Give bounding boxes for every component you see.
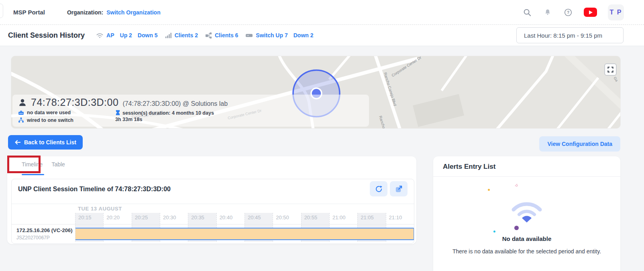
help-icon[interactable]: ?: [563, 8, 573, 17]
stat-clients-wired-value[interactable]: Clients 6: [215, 32, 238, 38]
time-tick: 21:05: [361, 214, 374, 220]
back-to-clients-label: Back to Clients List: [24, 139, 76, 146]
time-tick: 20:35: [191, 214, 204, 220]
stat-ap-down[interactable]: Down 5: [138, 32, 158, 38]
user-avatar[interactable]: T P: [608, 4, 624, 20]
stat-switch: Switch Up 7 Down 2: [245, 32, 313, 38]
data-usage-icon: [18, 110, 24, 115]
device-serial-label: JSZ20270067P: [16, 235, 50, 241]
time-tick: 20:20: [106, 214, 120, 220]
device-stats: AP Up 2 Down 5 Clients 2 Clients 6: [96, 32, 313, 39]
client-location-map[interactable]: Corporate Center Dr Corporate Center Dr …: [11, 56, 620, 128]
stat-ap-label[interactable]: AP: [106, 32, 114, 38]
view-configuration-label: View Configuration Data: [547, 141, 612, 147]
client-wired-status: wired to one switch: [27, 117, 73, 123]
sidebar-edge[interactable]: [0, 4, 3, 18]
tab-timeline[interactable]: Timeline: [22, 161, 43, 172]
organization-switcher: Organization: Switch Organization: [67, 9, 161, 16]
device-ip-label: 172.25.16.206 (VC-206): [16, 227, 72, 233]
time-tick: 21:10: [389, 214, 402, 220]
open-external-button[interactable]: [390, 181, 408, 196]
refresh-icon: [375, 185, 383, 193]
session-tabs: Timeline Table: [7, 156, 416, 172]
confetti-swirl-pink: [514, 183, 518, 187]
top-navbar: MSP Portal Organization: Switch Organiza…: [0, 0, 644, 25]
alerts-panel: Alerts Entry List No data available Ther…: [433, 156, 620, 271]
timeline-card-header: UNP Client Session Timeline of 74:78:27:…: [12, 179, 414, 204]
time-tick: 21:00: [332, 214, 346, 220]
wired-network-icon: [18, 117, 24, 123]
time-tick: 20:55: [304, 214, 318, 220]
time-tick: 20:30: [163, 214, 176, 220]
time-range-selector[interactable]: Last Hour: 8:15 pm - 9:15 pm: [516, 27, 624, 43]
stat-switch-down[interactable]: Down 2: [293, 32, 314, 38]
timeline-title: UNP Client Session Timeline of 74:78:27:…: [18, 186, 171, 193]
stat-clients-wired: Clients 6: [205, 32, 238, 39]
page-title: Client Session History: [8, 31, 85, 40]
arrow-left-icon: [14, 140, 21, 145]
session-gantt: TUE 13 AUGUST 20:15 20:20 20:25 20:30 20…: [12, 204, 414, 244]
youtube-icon[interactable]: [584, 8, 597, 17]
notifications-bell-icon[interactable]: [543, 8, 552, 17]
time-tick: 20:25: [135, 214, 148, 220]
time-tick: 20:15: [78, 214, 92, 220]
search-icon[interactable]: [522, 8, 532, 17]
session-panel: Timeline Table UNP Client Session Timeli…: [7, 156, 416, 244]
external-link-icon: [395, 185, 403, 193]
confetti-dot-purple: [514, 226, 519, 230]
topology-icon: [205, 32, 212, 39]
client-location-subtitle: (74:78:27:3D:3D:00) @ Solutions lab: [122, 100, 228, 107]
wifi-icon: [96, 32, 104, 39]
back-to-clients-button[interactable]: Back to Clients List: [8, 135, 83, 150]
stat-ap: AP Up 2 Down 5: [96, 32, 158, 39]
session-bar[interactable]: [75, 228, 414, 240]
svg-text:?: ?: [567, 10, 569, 14]
client-data-usage: no data were used: [27, 110, 71, 115]
no-data-wifi-illustration: [509, 198, 545, 222]
gantt-date-header: TUE 13 AUGUST: [78, 206, 122, 212]
time-tick: 20:50: [276, 214, 289, 220]
wifi-illustration-icon: [509, 198, 545, 222]
page-header: Client Session History AP Up 2 Down 5 Cl…: [0, 25, 644, 46]
app-title: MSP Portal: [13, 9, 45, 16]
confetti-dot-cyan: [493, 231, 495, 233]
client-mac-title: 74:78:27:3D:3D:00: [31, 97, 118, 108]
client-session-duration: session(s) duration: 4 months 10 days 3h…: [115, 110, 220, 123]
organization-label: Organization:: [67, 9, 103, 16]
alerts-title: Alerts Entry List: [433, 156, 620, 176]
fullscreen-icon: [607, 67, 613, 73]
refresh-button[interactable]: [370, 181, 387, 196]
youtube-play-triangle: [589, 10, 593, 14]
signal-bars-icon: [165, 32, 172, 38]
person-icon: [18, 98, 27, 107]
nav-actions: ? T P: [522, 4, 624, 20]
no-data-title: No data available: [433, 235, 620, 242]
alerts-empty-state: No data available There is no data avail…: [433, 177, 620, 271]
confetti-dot-yellow: [488, 189, 490, 191]
time-tick: 20:40: [220, 214, 233, 220]
stat-switch-up[interactable]: Switch Up 7: [256, 32, 287, 38]
map-fullscreen-button[interactable]: [604, 63, 617, 76]
active-tab-indicator: [22, 174, 44, 175]
client-info-overlay: 74:78:27:3D:3D:00 (74:78:27:3D:3D:00) @ …: [12, 95, 369, 127]
switch-icon: [245, 32, 253, 38]
no-data-message: There is no data available for the selec…: [433, 248, 620, 255]
hourglass-icon: [115, 110, 120, 115]
time-tick: 20:45: [248, 214, 261, 220]
timeline-card: UNP Client Session Timeline of 74:78:27:…: [11, 179, 414, 244]
stat-clients-wireless-value[interactable]: Clients 2: [175, 32, 198, 38]
gantt-row-divider: [12, 224, 414, 224]
stat-clients-wireless: Clients 2: [165, 32, 198, 38]
view-configuration-button[interactable]: View Configuration Data: [539, 136, 620, 152]
organization-link[interactable]: Switch Organization: [106, 9, 161, 16]
stat-ap-up[interactable]: Up 2: [120, 32, 132, 38]
tab-table[interactable]: Table: [51, 161, 65, 172]
